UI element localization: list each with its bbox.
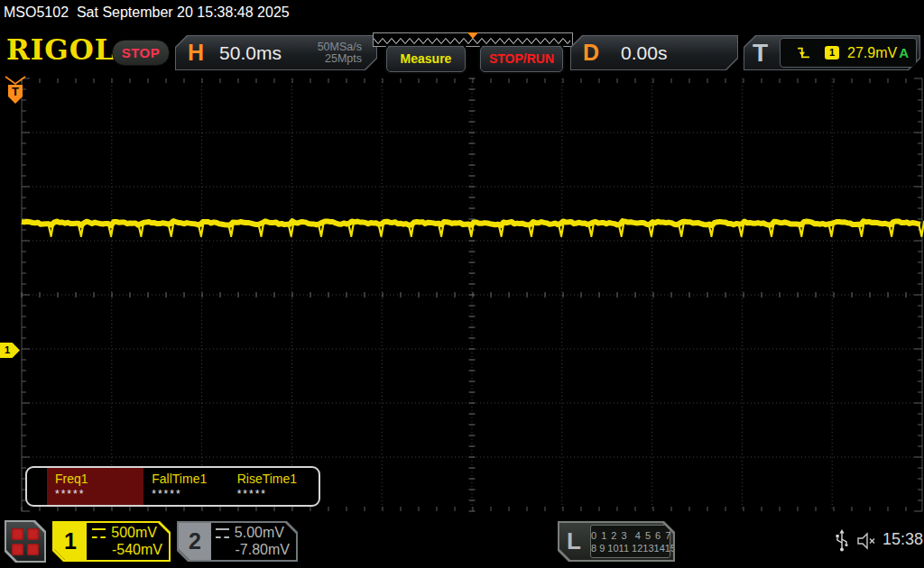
clock: 15:38 bbox=[882, 530, 923, 549]
measurement-name: RiseTime1 bbox=[237, 472, 319, 486]
channel1-scale: 500mV bbox=[111, 525, 157, 541]
waveform-overview-strip[interactable] bbox=[373, 32, 573, 47]
trigger-source-badge: 1 bbox=[825, 46, 839, 60]
dc-coupling-icon bbox=[92, 528, 106, 538]
channel2-tab: 2 bbox=[179, 523, 211, 560]
model-and-datetime: MSO5102 Sat September 20 15:38:48 2025 bbox=[4, 5, 290, 21]
measurement-value: ***** bbox=[152, 488, 228, 500]
ch1-waveform bbox=[0, 76, 924, 516]
d-label: D bbox=[583, 40, 599, 66]
measurement-item[interactable]: RiseTime1 ***** bbox=[229, 468, 319, 505]
overview-trigger-position-icon[interactable] bbox=[467, 32, 478, 39]
channel1-offset: -540mV bbox=[112, 542, 162, 558]
channel2-offset: -7.80mV bbox=[236, 542, 290, 558]
trigger-box[interactable]: T 1 27.9mV A bbox=[744, 35, 920, 70]
measurement-name: Freq1 bbox=[55, 472, 143, 486]
usb-icon bbox=[835, 529, 849, 553]
channel1-block[interactable]: 1 500mV -540mV bbox=[52, 521, 171, 562]
delay-value: 0.00s bbox=[621, 42, 667, 64]
trigger-slope-icon bbox=[797, 46, 810, 60]
measurement-item[interactable]: FallTime1 ***** bbox=[143, 468, 228, 505]
trigger-position-marker[interactable]: T bbox=[0, 76, 31, 110]
trigger-info: 1 27.9mV A bbox=[780, 38, 917, 68]
measurement-value: ***** bbox=[237, 488, 319, 500]
measure-button[interactable]: Measure bbox=[386, 46, 466, 72]
logic-row-2: 8 9 1011 12131415 bbox=[591, 542, 670, 554]
logic-channel-numbers: 0 1 2 3 4 5 6 7 8 9 1011 12131415 bbox=[590, 525, 670, 558]
logic-row-1: 0 1 2 3 4 5 6 7 bbox=[591, 529, 670, 542]
channel1-tab: 1 bbox=[54, 523, 87, 560]
horizontal-box[interactable]: H 50.0ms 50MSa/s 25Mpts bbox=[175, 35, 377, 70]
header-bar: RIGOL STOP H 50.0ms 50MSa/s 25Mpts Measu… bbox=[0, 27, 924, 76]
top-status-bar: MSO5102 Sat September 20 15:38:48 2025 bbox=[0, 0, 924, 27]
acquisition-rates: 50MSa/s 25Mpts bbox=[318, 41, 362, 65]
run-state-badge[interactable]: STOP bbox=[112, 40, 170, 66]
timebase-value: 50.0ms bbox=[219, 42, 282, 64]
memory-depth: 25Mpts bbox=[325, 52, 362, 65]
oscilloscope-screen: MSO5102 Sat September 20 15:38:48 2025 R… bbox=[0, 0, 924, 568]
stop-run-button[interactable]: STOP/RUN bbox=[480, 46, 563, 72]
measurement-item[interactable]: Freq1 ***** bbox=[47, 468, 143, 505]
rigol-logo: RIGOL bbox=[6, 33, 116, 66]
datetime-label: Sat September 20 15:38:48 2025 bbox=[77, 5, 290, 20]
trigger-level-value: 27.9mV bbox=[847, 45, 897, 61]
measurement-value: ***** bbox=[55, 488, 143, 500]
h-label: H bbox=[188, 40, 204, 66]
dc-coupling-icon bbox=[216, 528, 229, 538]
red-grid-icon bbox=[6, 522, 44, 561]
sample-rate: 50MSa/s bbox=[318, 41, 362, 53]
delay-box[interactable]: D 0.00s bbox=[570, 35, 738, 70]
channels-menu-button[interactable] bbox=[5, 520, 46, 563]
bottom-bar: 1 500mV -540mV 2 5.00mV -7.80mV L 0 1 2 bbox=[0, 516, 924, 568]
t-label: T bbox=[753, 39, 768, 68]
channel2-block[interactable]: 2 5.00mV -7.80mV bbox=[177, 521, 298, 562]
measurement-panel: Freq1 ***** FallTime1 ***** RiseTime1 **… bbox=[25, 466, 320, 507]
model-label: MSO5102 bbox=[4, 5, 69, 20]
logic-channels-block[interactable]: L 0 1 2 3 4 5 6 7 8 9 1011 12131415 bbox=[558, 521, 675, 562]
scope-display: T 1 Freq1 ***** FallTime1 ***** RiseTime… bbox=[0, 76, 924, 516]
speaker-muted-icon[interactable] bbox=[856, 532, 878, 550]
logic-label: L bbox=[567, 527, 581, 555]
channel2-scale: 5.00mV bbox=[235, 525, 284, 541]
svg-text:T: T bbox=[12, 85, 19, 98]
trigger-sweep-mode: A bbox=[899, 45, 909, 60]
measurement-name: FallTime1 bbox=[152, 472, 228, 486]
